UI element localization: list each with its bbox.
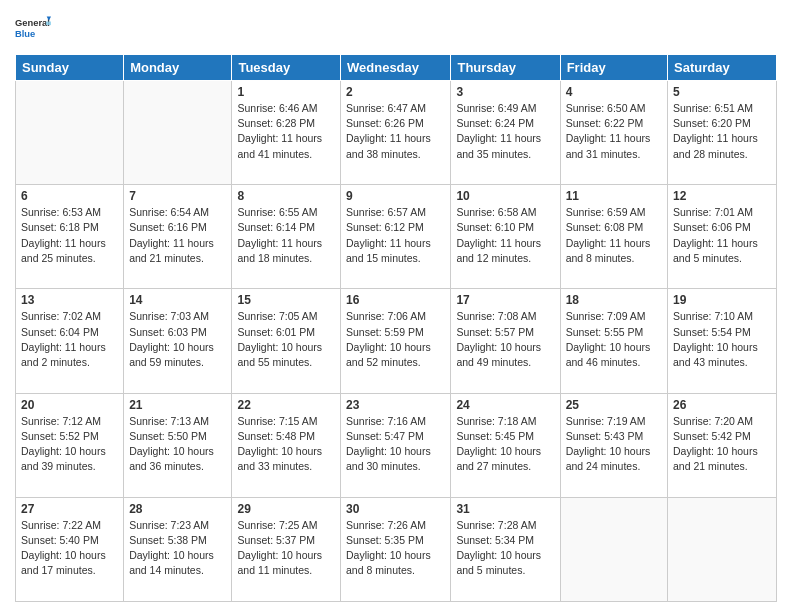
day-number: 17 [456, 293, 554, 307]
day-number: 14 [129, 293, 226, 307]
calendar-cell: 25Sunrise: 7:19 AM Sunset: 5:43 PM Dayli… [560, 393, 667, 497]
day-info: Sunrise: 6:47 AM Sunset: 6:26 PM Dayligh… [346, 101, 445, 162]
day-info: Sunrise: 6:57 AM Sunset: 6:12 PM Dayligh… [346, 205, 445, 266]
day-number: 12 [673, 189, 771, 203]
day-number: 27 [21, 502, 118, 516]
day-info: Sunrise: 7:15 AM Sunset: 5:48 PM Dayligh… [237, 414, 335, 475]
day-number: 5 [673, 85, 771, 99]
day-number: 16 [346, 293, 445, 307]
col-header-thursday: Thursday [451, 55, 560, 81]
day-number: 13 [21, 293, 118, 307]
week-row-3: 13Sunrise: 7:02 AM Sunset: 6:04 PM Dayli… [16, 289, 777, 393]
day-number: 6 [21, 189, 118, 203]
calendar-cell: 6Sunrise: 6:53 AM Sunset: 6:18 PM Daylig… [16, 185, 124, 289]
calendar-cell: 3Sunrise: 6:49 AM Sunset: 6:24 PM Daylig… [451, 81, 560, 185]
day-info: Sunrise: 7:06 AM Sunset: 5:59 PM Dayligh… [346, 309, 445, 370]
day-info: Sunrise: 6:51 AM Sunset: 6:20 PM Dayligh… [673, 101, 771, 162]
day-number: 9 [346, 189, 445, 203]
day-info: Sunrise: 6:49 AM Sunset: 6:24 PM Dayligh… [456, 101, 554, 162]
calendar-cell: 4Sunrise: 6:50 AM Sunset: 6:22 PM Daylig… [560, 81, 667, 185]
week-row-5: 27Sunrise: 7:22 AM Sunset: 5:40 PM Dayli… [16, 497, 777, 601]
logo-svg: General Blue [15, 10, 51, 46]
calendar-cell [16, 81, 124, 185]
day-number: 18 [566, 293, 662, 307]
calendar-cell: 12Sunrise: 7:01 AM Sunset: 6:06 PM Dayli… [668, 185, 777, 289]
calendar-table: SundayMondayTuesdayWednesdayThursdayFrid… [15, 54, 777, 602]
day-info: Sunrise: 6:46 AM Sunset: 6:28 PM Dayligh… [237, 101, 335, 162]
calendar-cell: 8Sunrise: 6:55 AM Sunset: 6:14 PM Daylig… [232, 185, 341, 289]
day-number: 19 [673, 293, 771, 307]
day-info: Sunrise: 6:59 AM Sunset: 6:08 PM Dayligh… [566, 205, 662, 266]
calendar-cell: 14Sunrise: 7:03 AM Sunset: 6:03 PM Dayli… [124, 289, 232, 393]
day-info: Sunrise: 7:08 AM Sunset: 5:57 PM Dayligh… [456, 309, 554, 370]
calendar-cell: 22Sunrise: 7:15 AM Sunset: 5:48 PM Dayli… [232, 393, 341, 497]
week-row-1: 1Sunrise: 6:46 AM Sunset: 6:28 PM Daylig… [16, 81, 777, 185]
calendar-cell: 31Sunrise: 7:28 AM Sunset: 5:34 PM Dayli… [451, 497, 560, 601]
day-info: Sunrise: 6:53 AM Sunset: 6:18 PM Dayligh… [21, 205, 118, 266]
week-row-4: 20Sunrise: 7:12 AM Sunset: 5:52 PM Dayli… [16, 393, 777, 497]
day-number: 21 [129, 398, 226, 412]
svg-text:Blue: Blue [15, 29, 35, 39]
calendar-cell: 13Sunrise: 7:02 AM Sunset: 6:04 PM Dayli… [16, 289, 124, 393]
calendar-cell: 19Sunrise: 7:10 AM Sunset: 5:54 PM Dayli… [668, 289, 777, 393]
day-info: Sunrise: 7:26 AM Sunset: 5:35 PM Dayligh… [346, 518, 445, 579]
day-info: Sunrise: 6:58 AM Sunset: 6:10 PM Dayligh… [456, 205, 554, 266]
day-number: 11 [566, 189, 662, 203]
day-number: 24 [456, 398, 554, 412]
calendar-cell: 30Sunrise: 7:26 AM Sunset: 5:35 PM Dayli… [341, 497, 451, 601]
day-number: 30 [346, 502, 445, 516]
calendar-cell: 7Sunrise: 6:54 AM Sunset: 6:16 PM Daylig… [124, 185, 232, 289]
calendar-cell [124, 81, 232, 185]
svg-text:General: General [15, 18, 50, 28]
calendar-cell: 16Sunrise: 7:06 AM Sunset: 5:59 PM Dayli… [341, 289, 451, 393]
calendar-cell: 9Sunrise: 6:57 AM Sunset: 6:12 PM Daylig… [341, 185, 451, 289]
day-info: Sunrise: 7:16 AM Sunset: 5:47 PM Dayligh… [346, 414, 445, 475]
calendar-cell: 20Sunrise: 7:12 AM Sunset: 5:52 PM Dayli… [16, 393, 124, 497]
day-info: Sunrise: 6:54 AM Sunset: 6:16 PM Dayligh… [129, 205, 226, 266]
svg-marker-3 [46, 22, 51, 26]
col-header-sunday: Sunday [16, 55, 124, 81]
calendar-cell [668, 497, 777, 601]
calendar-cell: 21Sunrise: 7:13 AM Sunset: 5:50 PM Dayli… [124, 393, 232, 497]
day-number: 10 [456, 189, 554, 203]
calendar-cell: 18Sunrise: 7:09 AM Sunset: 5:55 PM Dayli… [560, 289, 667, 393]
col-header-wednesday: Wednesday [341, 55, 451, 81]
day-info: Sunrise: 7:28 AM Sunset: 5:34 PM Dayligh… [456, 518, 554, 579]
day-info: Sunrise: 7:05 AM Sunset: 6:01 PM Dayligh… [237, 309, 335, 370]
calendar-cell: 11Sunrise: 6:59 AM Sunset: 6:08 PM Dayli… [560, 185, 667, 289]
calendar-cell: 27Sunrise: 7:22 AM Sunset: 5:40 PM Dayli… [16, 497, 124, 601]
calendar-cell: 1Sunrise: 6:46 AM Sunset: 6:28 PM Daylig… [232, 81, 341, 185]
day-info: Sunrise: 7:09 AM Sunset: 5:55 PM Dayligh… [566, 309, 662, 370]
week-row-2: 6Sunrise: 6:53 AM Sunset: 6:18 PM Daylig… [16, 185, 777, 289]
page: General Blue SundayMondayTuesdayWednesda… [0, 0, 792, 612]
day-info: Sunrise: 7:03 AM Sunset: 6:03 PM Dayligh… [129, 309, 226, 370]
col-header-friday: Friday [560, 55, 667, 81]
day-info: Sunrise: 7:25 AM Sunset: 5:37 PM Dayligh… [237, 518, 335, 579]
day-number: 1 [237, 85, 335, 99]
header-row: SundayMondayTuesdayWednesdayThursdayFrid… [16, 55, 777, 81]
col-header-tuesday: Tuesday [232, 55, 341, 81]
day-number: 15 [237, 293, 335, 307]
day-number: 23 [346, 398, 445, 412]
day-info: Sunrise: 6:50 AM Sunset: 6:22 PM Dayligh… [566, 101, 662, 162]
calendar-cell: 29Sunrise: 7:25 AM Sunset: 5:37 PM Dayli… [232, 497, 341, 601]
col-header-monday: Monday [124, 55, 232, 81]
calendar-cell: 10Sunrise: 6:58 AM Sunset: 6:10 PM Dayli… [451, 185, 560, 289]
calendar-cell: 23Sunrise: 7:16 AM Sunset: 5:47 PM Dayli… [341, 393, 451, 497]
calendar-cell: 15Sunrise: 7:05 AM Sunset: 6:01 PM Dayli… [232, 289, 341, 393]
day-info: Sunrise: 7:20 AM Sunset: 5:42 PM Dayligh… [673, 414, 771, 475]
day-number: 22 [237, 398, 335, 412]
day-info: Sunrise: 7:19 AM Sunset: 5:43 PM Dayligh… [566, 414, 662, 475]
day-info: Sunrise: 7:22 AM Sunset: 5:40 PM Dayligh… [21, 518, 118, 579]
logo: General Blue [15, 10, 51, 46]
day-number: 26 [673, 398, 771, 412]
day-info: Sunrise: 7:02 AM Sunset: 6:04 PM Dayligh… [21, 309, 118, 370]
day-info: Sunrise: 7:01 AM Sunset: 6:06 PM Dayligh… [673, 205, 771, 266]
day-info: Sunrise: 6:55 AM Sunset: 6:14 PM Dayligh… [237, 205, 335, 266]
day-number: 7 [129, 189, 226, 203]
calendar-cell [560, 497, 667, 601]
day-info: Sunrise: 7:10 AM Sunset: 5:54 PM Dayligh… [673, 309, 771, 370]
calendar-cell: 26Sunrise: 7:20 AM Sunset: 5:42 PM Dayli… [668, 393, 777, 497]
day-number: 20 [21, 398, 118, 412]
calendar-cell: 5Sunrise: 6:51 AM Sunset: 6:20 PM Daylig… [668, 81, 777, 185]
